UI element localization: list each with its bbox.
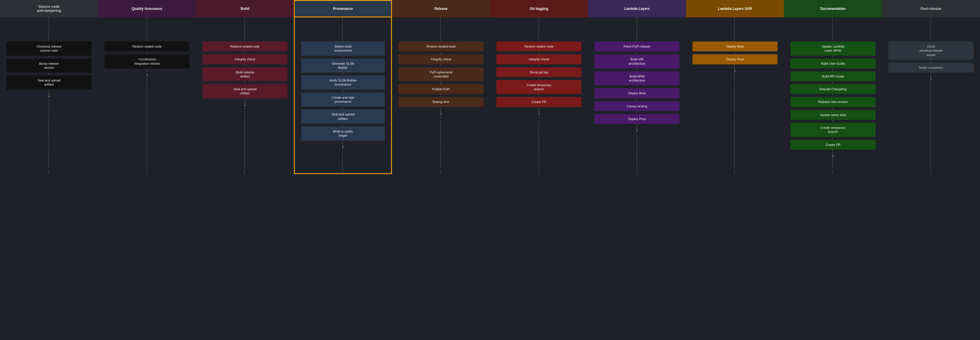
task-docs-7[interactable]: Create PR xyxy=(791,140,875,150)
task-provenance-1[interactable]: Generate SLSA Builder xyxy=(301,59,385,73)
column-header-release: Release xyxy=(392,0,490,17)
task-lambda-1[interactable]: Build x86 architecture xyxy=(595,54,679,68)
task-provenance-5[interactable]: Write to public ledger xyxy=(301,127,385,141)
arrow-down-qa: ↓ xyxy=(146,71,148,77)
task-docs-6[interactable]: Create temporary branch xyxy=(791,123,875,137)
task-docs-1[interactable]: Build User Guide xyxy=(791,59,875,68)
task-provenance-2[interactable]: Verify SLSA Builder provenance xyxy=(301,75,385,90)
column-body-qa: Restore sealed code+Continuous Integrati… xyxy=(98,17,196,174)
task-source-1[interactable]: Bump release version xyxy=(6,59,91,73)
column-header-source: Source code anti-tampering xyxy=(0,0,98,17)
task-build-0[interactable]: Restore sealed code xyxy=(202,41,288,51)
arrow-down-release: ↓ xyxy=(440,110,442,116)
task-release-3[interactable]: Publish PyPi xyxy=(398,84,483,94)
task-lambda-2[interactable]: Build ARM architecture xyxy=(595,71,679,86)
task-release-2[interactable]: PyPi ephemeral credentials xyxy=(398,67,483,81)
task-docs-3[interactable]: Rebuild Changelog xyxy=(791,84,875,94)
task-release-1[interactable]: Integrity check xyxy=(398,54,483,64)
column-provenance: ProvenanceDetect build environmentGenera… xyxy=(294,0,392,174)
task-git-4[interactable]: Create PR xyxy=(496,97,581,107)
task-lambda-3[interactable]: Deploy Beta xyxy=(595,88,679,98)
arrow-down-postrelease: ↓ xyxy=(930,76,932,81)
task-build-3[interactable]: Seal and upload artifact xyxy=(202,84,288,99)
column-header-qa: Quality Assurance xyxy=(98,0,196,17)
task-docs-0[interactable]: Update Lambda Layer ARNs xyxy=(791,41,875,56)
column-header-provenance: Provenance xyxy=(294,0,392,17)
task-git-0[interactable]: Restore sealed code xyxy=(496,41,581,51)
column-body-postrelease: Close pending-release issuesNotify custo… xyxy=(882,17,980,174)
task-lambda-5[interactable]: Deploy Prod xyxy=(595,114,679,124)
task-release-4[interactable]: Baking time xyxy=(398,97,483,107)
task-provenance-0[interactable]: Detect build environment xyxy=(301,41,385,56)
task-provenance-4[interactable]: Seal and upload artifact xyxy=(301,110,385,124)
task-postrelease-1[interactable]: Notify customers xyxy=(888,63,973,73)
column-qa: Quality AssuranceRestore sealed code+Con… xyxy=(98,0,196,174)
task-git-2[interactable]: Bump git tag xyxy=(496,67,581,77)
task-lambda-sar-1[interactable]: Deploy Prod xyxy=(692,54,778,64)
arrow-down-provenance: ↓ xyxy=(342,144,344,149)
column-header-lambda-sar: Lambda Layers SAR xyxy=(686,0,784,17)
column-build: BuildRestore sealed codeIntegrity checkB… xyxy=(196,0,294,174)
column-body-build: Restore sealed codeIntegrity checkBuild … xyxy=(196,17,294,174)
arrow-down-source: ↓ xyxy=(48,93,50,98)
task-release-0[interactable]: Restore sealed build xyxy=(398,41,483,51)
column-body-source: Checkout release commit codeBump release… xyxy=(0,17,98,174)
column-header-lambda: Lambda Layers xyxy=(588,0,686,17)
column-git: Git taggingRestore sealed codeIntegrity … xyxy=(490,0,588,174)
task-provenance-3[interactable]: Create and sign provenance xyxy=(301,92,385,107)
column-header-docs: Documentation xyxy=(784,0,882,17)
column-header-build: Build xyxy=(196,0,294,17)
column-lambda-sar: Lambda Layers SARDeploy BetaDeploy Prod↓ xyxy=(686,0,784,174)
task-lambda-4[interactable]: Canary testing xyxy=(595,101,679,111)
column-header-git: Git tagging xyxy=(490,0,588,17)
column-release: ReleaseRestore sealed buildIntegrity che… xyxy=(392,0,490,174)
task-docs-4[interactable]: Release new version xyxy=(791,97,875,107)
task-qa-0[interactable]: Restore sealed code xyxy=(105,41,189,51)
task-docs-2[interactable]: Build API Guide xyxy=(791,71,875,81)
column-source: Source code anti-tamperingCheckout relea… xyxy=(0,0,98,174)
pipeline-diagram: Source code anti-tamperingCheckout relea… xyxy=(0,0,980,174)
task-git-1[interactable]: Integrity check xyxy=(496,54,581,64)
task-source-2[interactable]: Seal and upload artifact xyxy=(6,75,91,90)
column-docs: DocumentationUpdate Lambda Layer ARNsBui… xyxy=(784,0,882,174)
task-source-0[interactable]: Checkout release commit code xyxy=(6,41,91,56)
column-body-provenance: Detect build environmentGenerate SLSA Bu… xyxy=(294,17,392,174)
task-docs-5[interactable]: Update latest alias xyxy=(791,110,875,120)
arrow-down-git: ↓ xyxy=(538,110,540,116)
arrow-down-lambda-sar: ↓ xyxy=(734,68,736,73)
arrow-down-build: ↓ xyxy=(244,102,246,107)
task-lambda-sar-0[interactable]: Deploy Beta xyxy=(692,41,778,51)
task-build-2[interactable]: Build release artifact xyxy=(202,67,288,81)
arrow-down-docs: ↓ xyxy=(832,153,834,158)
column-postrelease: Post-releaseClose pending-release issues… xyxy=(882,0,980,174)
column-body-release: Restore sealed buildIntegrity checkPyPi … xyxy=(392,17,490,174)
column-body-lambda: Fetch PyPi releaseBuild x86 architecture… xyxy=(588,17,686,174)
column-lambda: Lambda LayersFetch PyPi releaseBuild x86… xyxy=(588,0,686,174)
column-body-lambda-sar: Deploy BetaDeploy Prod↓ xyxy=(686,17,784,174)
task-postrelease-0[interactable]: Close pending-release issues xyxy=(888,41,973,60)
column-body-git: Restore sealed codeIntegrity checkBump g… xyxy=(490,17,588,174)
arrow-down-lambda: ↓ xyxy=(636,127,638,132)
task-git-3[interactable]: Create temporary branch xyxy=(496,80,581,94)
task-qa-1[interactable]: +Continuous Integration checks xyxy=(105,54,189,68)
column-header-postrelease: Post-release xyxy=(882,0,980,17)
task-lambda-0[interactable]: Fetch PyPi release xyxy=(595,41,679,51)
task-build-1[interactable]: Integrity check xyxy=(202,54,288,64)
column-body-docs: Update Lambda Layer ARNsBuild User Guide… xyxy=(784,17,882,174)
